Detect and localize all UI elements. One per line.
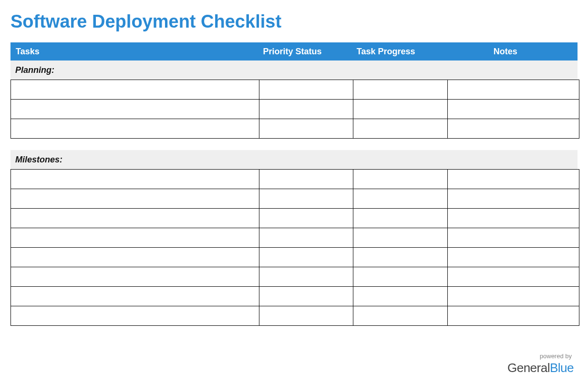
cell-priority[interactable]	[259, 267, 353, 287]
powered-by-label: powered by	[507, 353, 574, 360]
cell-progress[interactable]	[353, 170, 448, 189]
cell-notes[interactable]	[448, 306, 579, 326]
cell-tasks[interactable]	[11, 228, 259, 248]
cell-progress[interactable]	[353, 119, 448, 139]
col-header-notes: Notes	[446, 47, 577, 57]
cell-progress[interactable]	[353, 80, 448, 100]
cell-progress[interactable]	[353, 287, 448, 306]
cell-tasks[interactable]	[11, 170, 259, 189]
page-title: Software Deployment Checklist	[10, 11, 578, 32]
cell-tasks[interactable]	[11, 209, 259, 228]
table-row	[11, 287, 579, 306]
milestones-table	[10, 169, 579, 326]
cell-notes[interactable]	[448, 248, 579, 267]
table-row	[11, 100, 579, 119]
brand-part2: Blue	[550, 361, 574, 375]
cell-progress[interactable]	[353, 228, 448, 248]
cell-notes[interactable]	[448, 228, 579, 248]
cell-progress[interactable]	[353, 306, 448, 326]
cell-tasks[interactable]	[11, 80, 259, 100]
cell-priority[interactable]	[259, 100, 353, 119]
footer: powered by GeneralBlue	[507, 353, 574, 375]
cell-priority[interactable]	[259, 119, 353, 139]
cell-tasks[interactable]	[11, 100, 259, 119]
cell-progress[interactable]	[353, 100, 448, 119]
cell-priority[interactable]	[259, 209, 353, 228]
cell-tasks[interactable]	[11, 248, 259, 267]
table-row	[11, 306, 579, 326]
cell-priority[interactable]	[259, 287, 353, 306]
table-row	[11, 80, 579, 100]
cell-progress[interactable]	[353, 267, 448, 287]
col-header-tasks: Tasks	[11, 47, 258, 57]
brand-logo: GeneralBlue	[507, 361, 574, 375]
cell-notes[interactable]	[448, 170, 579, 189]
table-header: Tasks Priority Status Task Progress Note…	[10, 42, 578, 60]
cell-progress[interactable]	[353, 189, 448, 209]
cell-tasks[interactable]	[11, 119, 259, 139]
table-row	[11, 189, 579, 209]
cell-priority[interactable]	[259, 306, 353, 326]
table-row	[11, 170, 579, 189]
table-row	[11, 228, 579, 248]
cell-notes[interactable]	[448, 189, 579, 209]
cell-notes[interactable]	[448, 209, 579, 228]
section-label-milestones: Milestones:	[10, 150, 578, 169]
col-header-priority: Priority Status	[258, 47, 352, 57]
cell-priority[interactable]	[259, 170, 353, 189]
planning-table	[10, 80, 579, 139]
cell-priority[interactable]	[259, 189, 353, 209]
cell-tasks[interactable]	[11, 306, 259, 326]
table-row	[11, 267, 579, 287]
brand-part1: General	[507, 361, 550, 375]
col-header-progress: Task Progress	[352, 47, 446, 57]
table-row	[11, 248, 579, 267]
cell-notes[interactable]	[448, 100, 579, 119]
cell-notes[interactable]	[448, 287, 579, 306]
table-row	[11, 119, 579, 139]
cell-tasks[interactable]	[11, 267, 259, 287]
cell-progress[interactable]	[353, 248, 448, 267]
cell-notes[interactable]	[448, 267, 579, 287]
cell-notes[interactable]	[448, 80, 579, 100]
cell-progress[interactable]	[353, 209, 448, 228]
cell-priority[interactable]	[259, 80, 353, 100]
section-label-planning: Planning:	[10, 60, 578, 80]
table-row	[11, 209, 579, 228]
cell-priority[interactable]	[259, 248, 353, 267]
cell-notes[interactable]	[448, 119, 579, 139]
cell-tasks[interactable]	[11, 189, 259, 209]
cell-priority[interactable]	[259, 228, 353, 248]
cell-tasks[interactable]	[11, 287, 259, 306]
